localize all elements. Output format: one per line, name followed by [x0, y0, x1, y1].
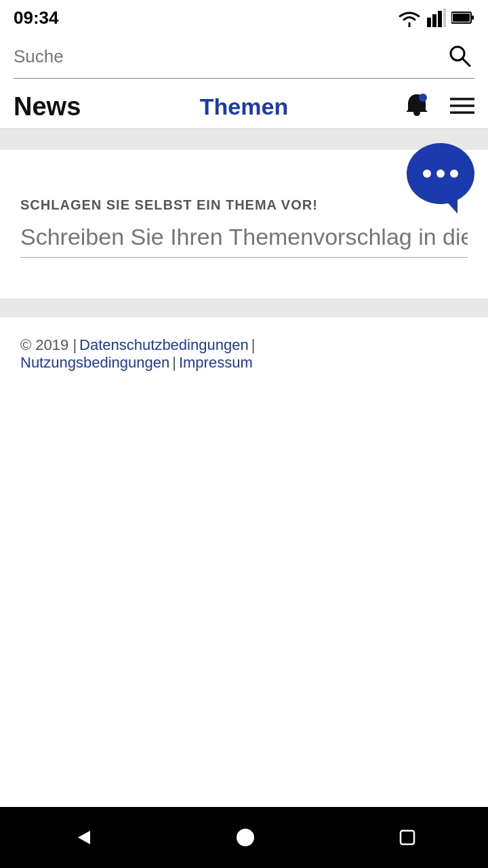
status-time: 09:34 — [14, 7, 59, 28]
svg-line-8 — [463, 59, 470, 66]
hamburger-icon — [450, 96, 474, 115]
back-icon — [71, 827, 93, 848]
impressum-link[interactable]: Impressum — [179, 354, 253, 372]
search-button[interactable] — [445, 41, 474, 73]
menu-button[interactable] — [450, 96, 474, 117]
svg-rect-3 — [443, 8, 446, 27]
svg-point-14 — [237, 829, 254, 846]
home-icon — [235, 827, 256, 848]
suggest-input[interactable] — [20, 224, 468, 258]
dot-2 — [436, 170, 445, 178]
main-content: SCHLAGEN SIE SELBST EIN THEMA VOR! — [0, 150, 488, 278]
svg-rect-15 — [401, 831, 414, 844]
android-back-button[interactable] — [71, 827, 93, 848]
nutzung-link[interactable]: Nutzungsbedingungen — [20, 354, 169, 372]
pipe-1: | — [251, 336, 256, 354]
nav-bar: News Themen — [0, 85, 488, 130]
gray-banner-top — [0, 130, 488, 150]
recent-icon — [398, 828, 417, 847]
svg-rect-0 — [427, 18, 431, 27]
footer-line-1: © 2019 | Datenschutzbedingungen | — [20, 336, 468, 354]
battery-icon — [451, 11, 474, 24]
chat-dots — [423, 170, 458, 178]
dot-3 — [450, 170, 458, 178]
gray-separator — [0, 298, 488, 317]
android-recent-button[interactable] — [398, 828, 417, 847]
android-nav-bar — [0, 807, 488, 868]
status-icons — [397, 8, 474, 27]
footer-line-2: Nutzungsbedingungen | Impressum — [20, 354, 468, 372]
nav-news-label[interactable]: News — [14, 92, 129, 121]
svg-rect-5 — [471, 16, 474, 20]
chat-bubble-button[interactable] — [407, 143, 474, 204]
nav-themen-label[interactable]: Themen — [129, 94, 359, 120]
copyright-text: © 2019 | — [20, 336, 77, 354]
bell-button[interactable] — [404, 92, 430, 121]
datenschutz-link[interactable]: Datenschutzbedingungen — [79, 336, 249, 354]
svg-marker-13 — [78, 831, 90, 844]
svg-rect-1 — [432, 14, 436, 27]
bell-icon — [404, 92, 430, 119]
svg-point-9 — [419, 94, 427, 102]
svg-rect-2 — [438, 11, 442, 27]
search-input[interactable] — [14, 46, 445, 67]
footer: © 2019 | Datenschutzbedingungen | Nutzun… — [0, 317, 488, 807]
signal-icon — [427, 8, 446, 27]
status-bar: 09:34 — [0, 0, 488, 35]
search-icon — [447, 43, 472, 68]
dot-1 — [423, 170, 431, 178]
search-bar — [14, 35, 474, 79]
android-home-button[interactable] — [235, 827, 256, 848]
wifi-icon — [397, 8, 422, 27]
nav-icons — [359, 92, 474, 121]
suggest-label: SCHLAGEN SIE SELBST EIN THEMA VOR! — [20, 197, 468, 213]
svg-rect-6 — [453, 14, 470, 22]
pipe-2: | — [172, 354, 176, 372]
